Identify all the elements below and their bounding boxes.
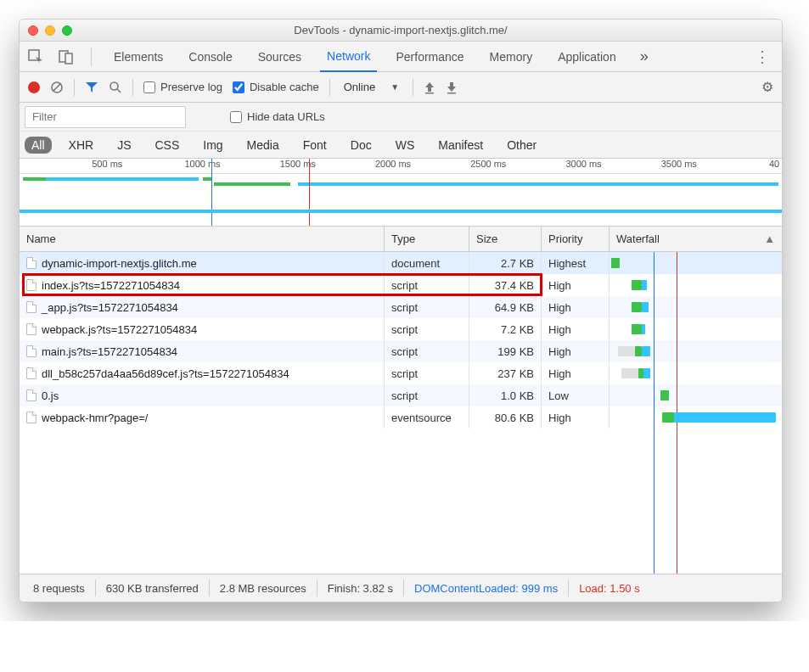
filter-other[interactable]: Other — [500, 137, 543, 154]
filter-manifest[interactable]: Manifest — [431, 137, 490, 154]
tab-application[interactable]: Application — [551, 42, 623, 72]
status-finish: Finish: 3.82 s — [317, 580, 404, 596]
filter-all[interactable]: All — [25, 137, 52, 154]
settings-kebab-icon[interactable]: ⋮ — [750, 48, 775, 66]
tab-network[interactable]: Network — [320, 42, 377, 72]
filter-css[interactable]: CSS — [148, 137, 186, 154]
sort-indicator-icon: ▲ — [764, 232, 775, 245]
request-grid: dynamic-import-nextjs.glitch.medocument2… — [20, 252, 782, 574]
request-row[interactable]: 0.jsscript1.0 KBLow — [20, 384, 782, 406]
request-waterfall — [610, 340, 782, 362]
preserve-log-input[interactable] — [143, 81, 155, 93]
request-row[interactable]: index.js?ts=1572271054834script37.4 KBHi… — [20, 274, 782, 296]
timeline-tick: 1000 ms — [184, 159, 220, 169]
request-priority: High — [542, 318, 610, 340]
request-row[interactable]: dll_b58c257da4aa56d89cef.js?ts=157227105… — [20, 362, 782, 384]
request-type: script — [385, 296, 469, 318]
filter-ws[interactable]: WS — [389, 137, 422, 154]
zoom-window-button[interactable] — [62, 25, 72, 36]
filter-xhr[interactable]: XHR — [62, 137, 101, 154]
request-row[interactable]: webpack.js?ts=1572271054834script7.2 KBH… — [20, 318, 782, 340]
request-name: 0.js — [42, 389, 59, 402]
devtools-window: DevTools - dynamic-import-nextjs.glitch.… — [19, 19, 783, 602]
request-size: 7.2 KB — [469, 318, 542, 340]
status-resources: 2.8 MB resources — [210, 580, 317, 596]
request-priority: High — [542, 406, 610, 428]
request-type: script — [385, 318, 469, 340]
request-name: webpack.js?ts=1572271054834 — [42, 323, 197, 336]
request-size: 64.9 KB — [469, 296, 542, 318]
col-priority[interactable]: Priority — [542, 227, 610, 251]
throttling-value: Online — [344, 81, 376, 93]
request-priority: High — [542, 340, 610, 362]
search-icon[interactable] — [109, 81, 122, 94]
request-type: document — [385, 252, 469, 274]
request-row[interactable]: main.js?ts=1572271054834script199 KBHigh — [20, 340, 782, 362]
disable-cache-input[interactable] — [233, 81, 244, 93]
request-size: 80.6 KB — [469, 406, 542, 428]
svg-rect-2 — [65, 53, 72, 64]
col-name[interactable]: Name — [20, 227, 385, 251]
type-filter-bar: All XHR JS CSS Img Media Font Doc WS Man… — [20, 132, 782, 159]
timeline-overview[interactable]: 500 ms 1000 ms 1500 ms 2000 ms 2500 ms 3… — [20, 159, 782, 227]
tab-memory[interactable]: Memory — [483, 42, 540, 72]
network-toolbar: Preserve log Disable cache Online ▼ ⚙ — [20, 72, 782, 103]
filter-font[interactable]: Font — [296, 137, 334, 154]
hide-data-urls-checkbox[interactable]: Hide data URLs — [230, 110, 325, 123]
tab-console[interactable]: Console — [182, 42, 239, 72]
request-waterfall — [610, 296, 782, 318]
preserve-log-checkbox[interactable]: Preserve log — [143, 81, 222, 93]
filter-icon[interactable] — [85, 81, 98, 94]
filter-media[interactable]: Media — [240, 137, 286, 154]
request-name: dll_b58c257da4aa56d89cef.js?ts=157227105… — [42, 367, 289, 380]
svg-point-5 — [110, 82, 118, 90]
window-title: DevTools - dynamic-import-nextjs.glitch.… — [20, 24, 782, 36]
filter-doc[interactable]: Doc — [344, 137, 379, 154]
close-window-button[interactable] — [28, 25, 38, 36]
file-icon — [26, 367, 37, 379]
request-waterfall — [610, 362, 782, 384]
file-icon — [26, 279, 37, 291]
request-type: script — [385, 362, 469, 384]
timeline-tick: 500 ms — [92, 159, 122, 169]
file-icon — [26, 257, 37, 269]
request-waterfall — [610, 384, 782, 406]
col-waterfall[interactable]: Waterfall ▲ — [610, 227, 782, 251]
network-settings-icon[interactable]: ⚙ — [761, 79, 773, 95]
request-waterfall — [610, 318, 782, 340]
status-transferred: 630 KB transferred — [96, 580, 210, 596]
throttling-select[interactable]: Online ▼ — [340, 81, 402, 93]
timeline-tick: 1500 ms — [280, 159, 316, 169]
hide-data-urls-input[interactable] — [230, 111, 242, 123]
download-har-icon[interactable] — [446, 81, 458, 94]
request-row[interactable]: _app.js?ts=1572271054834script64.9 KBHig… — [20, 296, 782, 318]
traffic-lights — [28, 25, 72, 36]
inspect-element-icon[interactable] — [26, 48, 45, 66]
file-icon — [26, 345, 37, 357]
disable-cache-checkbox[interactable]: Disable cache — [233, 81, 319, 93]
upload-har-icon[interactable] — [424, 81, 435, 94]
svg-rect-7 — [425, 92, 434, 94]
file-icon — [26, 389, 37, 401]
filter-js[interactable]: JS — [110, 137, 138, 154]
filter-input[interactable] — [25, 106, 186, 128]
record-button[interactable] — [28, 81, 40, 93]
request-type: script — [385, 384, 469, 406]
device-toolbar-icon[interactable] — [57, 48, 76, 66]
status-domcontentloaded: DOMContentLoaded: 999 ms — [404, 580, 569, 596]
request-row[interactable]: dynamic-import-nextjs.glitch.medocument2… — [20, 252, 782, 274]
tab-sources[interactable]: Sources — [251, 42, 308, 72]
request-size: 199 KB — [469, 340, 542, 362]
tab-performance[interactable]: Performance — [389, 42, 470, 72]
tab-elements[interactable]: Elements — [107, 42, 170, 72]
minimize-window-button[interactable] — [45, 25, 55, 36]
request-priority: Low — [542, 384, 610, 406]
request-row[interactable]: webpack-hmr?page=/eventsource80.6 KBHigh — [20, 406, 782, 428]
more-tabs-icon[interactable]: » — [635, 48, 654, 66]
col-size[interactable]: Size — [469, 227, 542, 251]
col-type[interactable]: Type — [385, 227, 469, 251]
filter-img[interactable]: Img — [196, 137, 229, 154]
clear-button[interactable] — [50, 81, 64, 94]
request-size: 2.7 KB — [469, 252, 542, 274]
svg-line-4 — [53, 84, 60, 91]
